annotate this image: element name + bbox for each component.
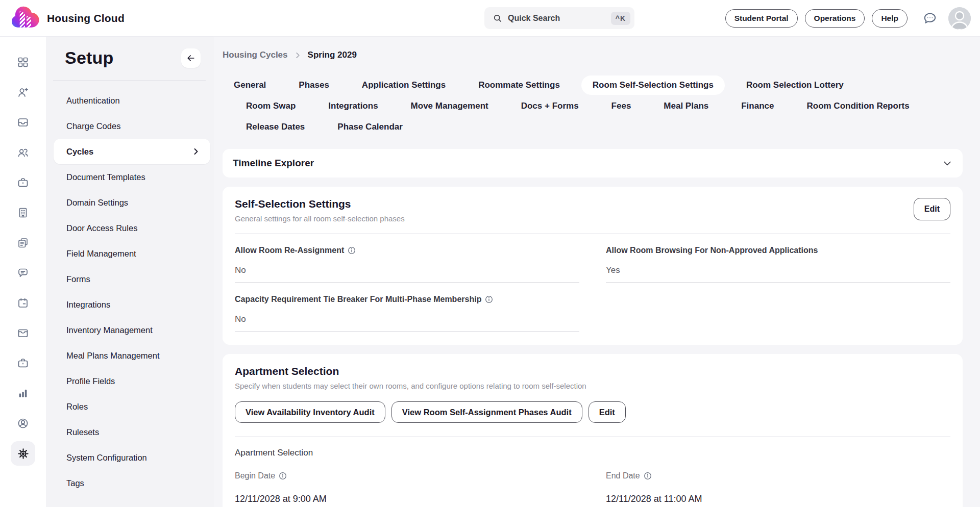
sidebar-item-authentication[interactable]: Authentication: [54, 88, 210, 113]
sidebar-item-document-templates[interactable]: Document Templates: [54, 164, 210, 190]
self-selection-settings-subtitle: General settings for all room self-selec…: [235, 214, 950, 223]
info-icon[interactable]: [485, 295, 493, 303]
self-selection-settings-card: Self-Selection Settings General settings…: [223, 187, 963, 345]
setup-menu: Authentication Charge Codes Cycles Docum…: [46, 88, 213, 496]
briefcase-icon[interactable]: [11, 170, 35, 195]
residents-icon[interactable]: [11, 140, 35, 165]
sidebar-item-label: Cycles: [66, 147, 93, 157]
bar-chart-icon[interactable]: [11, 381, 35, 405]
card-divider: [235, 436, 950, 437]
apartment-actions: View Availability Inventory Audit View R…: [235, 401, 950, 423]
field-value: 12/11/2028 at 9:00 AM: [235, 494, 579, 507]
housing-cloud-logo-icon: [9, 5, 40, 32]
tab-finance[interactable]: Finance: [730, 96, 785, 116]
sidebar-item-rulesets[interactable]: Rulesets: [54, 419, 210, 445]
sidebar-item-door-access-rules[interactable]: Door Access Rules: [54, 215, 210, 241]
chat-bubble-icon[interactable]: [921, 9, 939, 28]
chevron-right-icon: [294, 52, 302, 59]
tab-release-dates[interactable]: Release Dates: [235, 117, 316, 137]
field-value: No: [235, 265, 579, 283]
breadcrumb: Housing Cycles Spring 2029: [223, 37, 963, 60]
sidebar-item-profile-fields[interactable]: Profile Fields: [54, 368, 210, 394]
tab-application-settings[interactable]: Application Settings: [351, 75, 457, 95]
info-icon[interactable]: [279, 472, 287, 480]
student-portal-button[interactable]: Student Portal: [725, 9, 798, 28]
sidebar-item-system-configuration[interactable]: System Configuration: [54, 445, 210, 470]
field-label: Allow Room Re-Assignment: [235, 246, 344, 255]
sidebar-title: Setup: [65, 48, 113, 68]
profile-circle-icon[interactable]: [11, 411, 35, 436]
sidebar-item-field-management[interactable]: Field Management: [54, 241, 210, 266]
tab-docs-forms[interactable]: Docs + Forms: [510, 96, 590, 116]
tab-room-swap[interactable]: Room Swap: [235, 96, 307, 116]
info-icon[interactable]: [644, 472, 652, 480]
operations-button[interactable]: Operations: [805, 9, 865, 28]
settings-gear-icon[interactable]: [11, 441, 35, 466]
field-label: Allow Room Browsing For Non-Approved App…: [606, 246, 818, 255]
sidebar-item-cycles[interactable]: Cycles: [54, 139, 210, 164]
building-icon[interactable]: [11, 200, 35, 225]
user-add-icon[interactable]: [11, 80, 35, 105]
shortcut-badge: ^K: [611, 12, 630, 25]
tab-phase-calendar[interactable]: Phase Calendar: [326, 117, 414, 137]
sidebar-divider: [53, 80, 206, 81]
quick-search-input[interactable]: Quick Search ^K: [484, 7, 634, 29]
sidebar-item-forms[interactable]: Forms: [54, 266, 210, 292]
sidebar-item-integrations[interactable]: Integrations: [54, 292, 210, 317]
view-room-self-assignment-phases-audit-button[interactable]: View Room Self-Assignment Phases Audit: [391, 401, 582, 423]
view-availability-inventory-audit-button[interactable]: View Availability Inventory Audit: [235, 401, 385, 423]
field-capacity-tie-breaker: Capacity Requirement Tie Breaker For Mul…: [235, 283, 579, 332]
tab-integrations[interactable]: Integrations: [317, 96, 389, 116]
sidebar-item-inventory-management[interactable]: Inventory Management: [54, 317, 210, 343]
main-content: Housing Cycles Spring 2029 General Phase…: [213, 37, 980, 507]
collapse-sidebar-button[interactable]: [181, 48, 201, 68]
chevron-right-icon: [192, 147, 200, 156]
field-value: 12/11/2028 at 11:00 AM: [606, 494, 950, 507]
search-icon: [493, 13, 502, 23]
timeline-explorer-panel[interactable]: Timeline Explorer: [223, 149, 963, 178]
field-label: End Date: [606, 471, 640, 480]
app-header: Housing Cloud Quick Search ^K Student Po…: [0, 0, 980, 37]
tab-room-selection-lottery[interactable]: Room Selection Lottery: [735, 75, 855, 95]
apartment-date-fields: Begin Date 12/11/2028 at 9:00 AM End Dat…: [235, 458, 950, 507]
field-allow-room-browsing: Allow Room Browsing For Non-Approved App…: [606, 234, 950, 283]
self-selection-edit-button[interactable]: Edit: [914, 198, 950, 220]
tab-room-self-selection-settings[interactable]: Room Self-Selection Settings: [581, 75, 725, 95]
inventory-box-icon[interactable]: [11, 321, 35, 345]
sidebar-item-roles[interactable]: Roles: [54, 394, 210, 419]
help-button[interactable]: Help: [872, 9, 908, 28]
self-selection-fields: Allow Room Re-Assignment No Allow Room B…: [235, 234, 950, 332]
field-allow-room-reassignment: Allow Room Re-Assignment No: [235, 234, 579, 283]
documents-icon[interactable]: [11, 231, 35, 255]
tab-meal-plans[interactable]: Meal Plans: [652, 96, 720, 116]
info-icon[interactable]: [348, 246, 356, 255]
calendar-icon[interactable]: [11, 291, 35, 315]
tab-fees[interactable]: Fees: [600, 96, 643, 116]
apartment-selection-card: Apartment Selection Specify when student…: [223, 354, 963, 507]
sidebar-item-tags[interactable]: Tags: [54, 470, 210, 496]
grid-dashboard-icon[interactable]: [11, 50, 35, 74]
avatar[interactable]: [948, 7, 971, 30]
inbox-icon[interactable]: [11, 110, 35, 135]
chevron-down-icon[interactable]: [942, 158, 952, 168]
tab-phases[interactable]: Phases: [287, 75, 340, 95]
sidebar-item-meal-plans-management[interactable]: Meal Plans Management: [54, 343, 210, 368]
tab-room-condition-reports[interactable]: Room Condition Reports: [795, 96, 920, 116]
field-label: Begin Date: [235, 471, 275, 480]
app-title: Housing Cloud: [47, 12, 125, 24]
cycle-tabs: General Phases Application Settings Room…: [223, 75, 963, 137]
tab-general[interactable]: General: [223, 75, 277, 95]
apartment-edit-button[interactable]: Edit: [589, 401, 626, 423]
toolbox-icon[interactable]: [11, 351, 35, 375]
sidebar-item-charge-codes[interactable]: Charge Codes: [54, 113, 210, 139]
sidebar-item-domain-settings[interactable]: Domain Settings: [54, 190, 210, 215]
setup-sidebar: Setup Authentication Charge Codes Cycles…: [46, 37, 213, 507]
icon-rail: [0, 37, 46, 507]
field-begin-date: Begin Date 12/11/2028 at 9:00 AM: [235, 458, 579, 507]
breadcrumb-housing-cycles[interactable]: Housing Cycles: [223, 50, 288, 60]
tab-roommate-settings[interactable]: Roommate Settings: [467, 75, 571, 95]
apartment-selection-subsection-title: Apartment Selection: [235, 448, 950, 458]
messages-icon[interactable]: [11, 261, 35, 285]
tab-move-management[interactable]: Move Management: [400, 96, 500, 116]
breadcrumb-current: Spring 2029: [308, 50, 357, 60]
